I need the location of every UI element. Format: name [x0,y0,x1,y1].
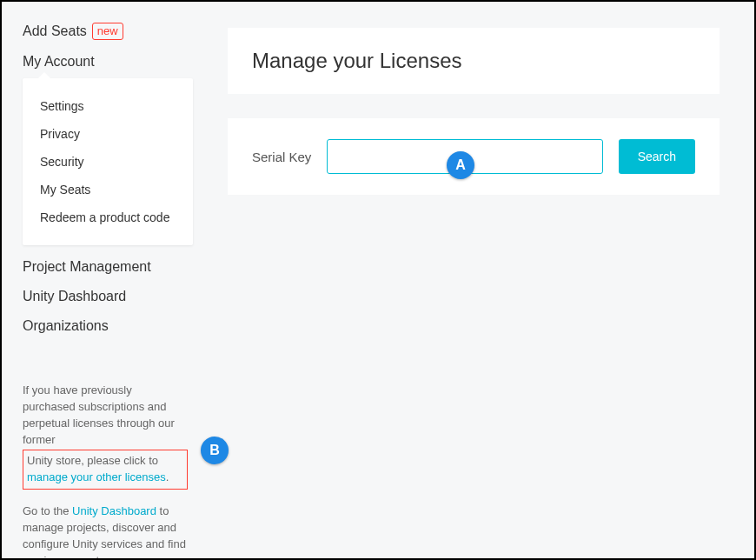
sidebar-item-label: My Account [23,54,95,70]
footnote-text: . [166,470,169,483]
callout-marker-b: B [201,437,229,464]
callout-marker-a: A [447,151,474,179]
manage-other-licenses-link[interactable]: manage your other licenses [27,470,166,483]
sidebar-item-label: Add Seats [23,23,87,39]
new-badge: new [92,23,123,40]
sidebar-item-unity-dashboard[interactable]: Unity Dashboard [23,289,193,304]
submenu-item-security[interactable]: Security [31,148,184,176]
sidebar-item-label: Organizations [23,318,109,334]
sidebar-item-label: Project Management [23,259,151,275]
title-card: Manage your Licenses [228,28,720,94]
footnote-text: If you have previously purchased subscri… [23,383,175,446]
highlight-box: Unity store, please click to manage your… [23,450,188,490]
submenu-item-redeem[interactable]: Redeem a product code [31,203,184,231]
serial-key-label: Serial Key [252,150,311,164]
search-button[interactable]: Search [619,139,695,174]
footnote-other-licenses: If you have previously purchased subscri… [23,383,188,490]
footnote-dashboard: Go to the Unity Dashboard to manage proj… [23,503,188,560]
sidebar-item-my-account[interactable]: My Account [23,54,193,70]
page-title: Manage your Licenses [252,49,695,73]
submenu-item-my-seats[interactable]: My Seats [31,176,184,203]
sidebar-item-add-seats[interactable]: Add Seats new [23,23,193,40]
search-card: Serial Key Search [228,118,720,195]
my-account-submenu: Settings Privacy Security My Seats Redee… [23,78,193,245]
sidebar-item-project-management[interactable]: Project Management [23,259,193,275]
unity-dashboard-link[interactable]: Unity Dashboard [72,504,156,517]
submenu-item-settings[interactable]: Settings [31,92,184,120]
submenu-item-privacy[interactable]: Privacy [31,120,184,148]
sidebar: Add Seats new My Account Settings Privac… [2,2,202,558]
footnote-text: Unity store, please click to [27,454,158,467]
footnote-text: Go to the [23,504,72,517]
sidebar-item-organizations[interactable]: Organizations [23,318,193,334]
sidebar-item-label: Unity Dashboard [23,289,126,304]
sidebar-footer: If you have previously purchased subscri… [23,348,193,560]
main-content: Manage your Licenses Serial Key Search [202,2,754,558]
